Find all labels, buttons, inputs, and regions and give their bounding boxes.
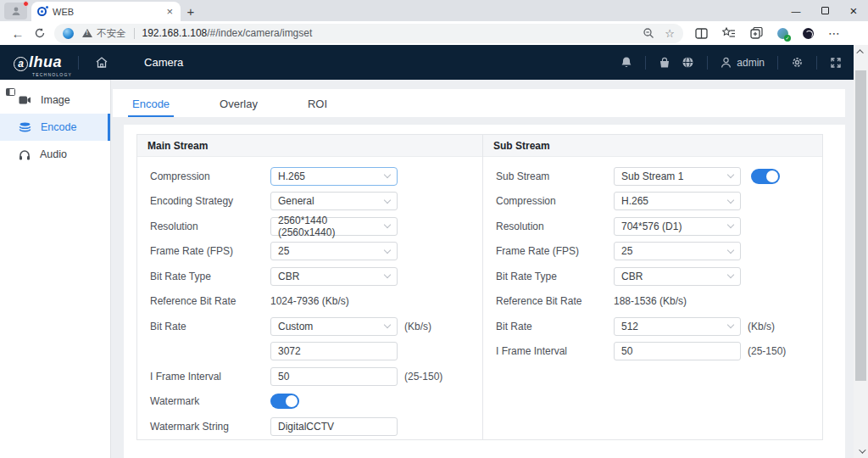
field-label: Watermark (150, 395, 270, 407)
scrollbar-thumb[interactable] (855, 70, 866, 381)
browser-tab[interactable]: WEB × (31, 2, 181, 21)
sub-resolution-value: 704*576 (D1) (621, 221, 682, 232)
scrollbar-down-arrow[interactable] (854, 444, 868, 458)
tab-roi[interactable]: ROI (303, 98, 331, 117)
field-label: I Frame Interval (150, 371, 270, 383)
frame-rate-select[interactable]: 25 (270, 242, 398, 260)
field-label: Frame Rate (FPS) (150, 245, 270, 257)
field-label: Frame Rate (FPS) (496, 245, 614, 257)
minimize-button[interactable]: — (782, 0, 810, 21)
sub-i-frame-interval-input[interactable] (614, 342, 741, 360)
compression-value: H.265 (278, 170, 305, 182)
field-row-watermark: Watermark (137, 389, 482, 415)
image-camera-icon (19, 95, 31, 105)
reference-bit-rate-value: 1024-7936 (Kb/s) (270, 295, 349, 307)
i-frame-interval-input[interactable] (270, 367, 398, 386)
field-row-reference-bit-rate: Reference Bit Rate 188-1536 (Kb/s) (483, 289, 822, 315)
field-label: Resolution (150, 221, 270, 232)
zoom-search-icon[interactable] (643, 27, 654, 39)
split-screen-icon[interactable] (695, 28, 708, 39)
browser-window: WEB × + — × ← 不安全 192.168.1.108 /#/index… (0, 0, 868, 458)
field-row-frame-rate: Frame Rate (FPS) 25 (483, 239, 822, 265)
maximize-icon (821, 7, 829, 14)
sidebar-item-label: Encode (41, 121, 76, 133)
sub-stream-title: Sub Stream (483, 135, 822, 157)
url-host: 192.168.1.108 (142, 27, 208, 39)
tab-overlay[interactable]: Overlay (215, 98, 262, 117)
chevron-down-icon (727, 221, 734, 228)
browser-profile-button[interactable] (4, 3, 27, 20)
settings-more-icon[interactable]: ⋯ (828, 26, 841, 40)
store-basket-icon[interactable] (659, 57, 670, 69)
sub-bit-rate-select[interactable]: 512 (614, 317, 741, 336)
resolution-select[interactable]: 2560*1440 (2560x1440) (270, 217, 398, 236)
chevron-down-icon (384, 247, 391, 254)
maximize-button[interactable] (810, 0, 839, 21)
refresh-button[interactable] (29, 23, 51, 43)
sub-stream-select[interactable]: Sub Stream 1 (614, 167, 741, 186)
field-row-resolution: Resolution 704*576 (D1) (483, 214, 822, 239)
window-close-button[interactable]: × (839, 0, 868, 21)
field-label: Watermark String (150, 421, 270, 433)
encoding-strategy-select[interactable]: General (270, 192, 398, 210)
user-menu[interactable]: admin (721, 57, 765, 69)
tab-encode[interactable]: Encode (128, 98, 174, 117)
tab-close-icon[interactable]: × (164, 6, 175, 17)
field-label: Encoding Strategy (150, 195, 270, 207)
sidebar: Image Encode Audio (0, 80, 111, 458)
sub-stream-panel: Sub Stream Sub Stream Sub Stream 1 Compr… (483, 134, 823, 440)
bit-rate-type-select[interactable]: CBR (270, 267, 398, 286)
field-row-resolution: Resolution 2560*1440 (2560x1440) (137, 214, 482, 239)
browser-essentials-icon[interactable] (803, 28, 814, 39)
collections-icon[interactable] (750, 27, 763, 39)
field-row-i-frame-interval: I Frame Interval (25-150) (137, 364, 482, 389)
notification-bell-icon[interactable] (620, 56, 632, 69)
favorite-star-icon[interactable]: ☆ (665, 27, 675, 40)
address-divider (134, 28, 135, 39)
sub-bit-rate-type-select[interactable]: CBR (614, 267, 741, 286)
encoding-strategy-value: General (278, 195, 314, 207)
encode-settings-card: Main Stream Compression H.265 Encoding S… (124, 125, 845, 458)
field-label: Reference Bit Rate (496, 295, 614, 307)
sidebar-item-encode[interactable]: Encode (0, 114, 110, 141)
settings-gear-icon[interactable] (791, 56, 804, 69)
home-icon[interactable] (95, 56, 108, 69)
sub-stream-toggle[interactable] (751, 169, 780, 184)
sidebar-collapse-icon[interactable] (6, 84, 15, 99)
language-globe-icon[interactable] (682, 56, 694, 69)
scrollbar-up-arrow[interactable] (854, 45, 868, 59)
bit-rate-value: Custom (278, 321, 313, 332)
browser-tabstrip: WEB × + — × (0, 0, 868, 21)
chevron-down-icon (727, 271, 734, 278)
tab-bar: Encode Overlay ROI (113, 89, 845, 117)
bit-rate-select[interactable]: Custom (270, 317, 398, 336)
fullscreen-icon[interactable] (830, 57, 842, 69)
sidebar-item-audio[interactable]: Audio (0, 141, 110, 168)
address-bar[interactable]: 不安全 192.168.1.108 /#/index/camera/imgset… (54, 24, 683, 43)
bit-rate-custom-input[interactable] (270, 342, 398, 360)
field-row-compression: Compression H.265 (483, 189, 822, 215)
sidebar-item-image[interactable]: Image (0, 87, 110, 114)
watermark-string-input[interactable] (270, 417, 398, 436)
sub-frame-rate-select[interactable]: 25 (614, 242, 741, 260)
sidebar-item-label: Audio (40, 148, 67, 160)
watermark-toggle[interactable] (270, 394, 299, 409)
sub-compression-select[interactable]: H.265 (614, 192, 741, 210)
chevron-down-icon (727, 321, 734, 328)
nav-item-camera[interactable]: Camera (144, 56, 183, 69)
new-tab-button[interactable]: + (181, 2, 201, 21)
compression-select[interactable]: H.265 (270, 167, 398, 186)
favorites-bar-icon[interactable] (722, 27, 736, 39)
field-row-watermark-string: Watermark String (137, 414, 482, 439)
page-scrollbar[interactable] (854, 45, 868, 458)
sub-resolution-select[interactable]: 704*576 (D1) (614, 217, 741, 236)
sub-reference-bit-rate-value: 188-1536 (Kb/s) (614, 295, 687, 307)
site-favicon (37, 7, 47, 16)
field-row-bit-rate-type: Bit Rate Type CBR (483, 264, 822, 289)
rewards-icon[interactable]: ✓ (777, 28, 788, 39)
not-secure-warning-icon (82, 29, 92, 37)
audio-headphones-icon (19, 149, 31, 160)
back-button[interactable]: ← (7, 23, 29, 43)
sub-stream-value: Sub Stream 1 (621, 170, 683, 182)
field-row-bit-rate: Bit Rate Custom (Kb/s) (137, 314, 482, 339)
